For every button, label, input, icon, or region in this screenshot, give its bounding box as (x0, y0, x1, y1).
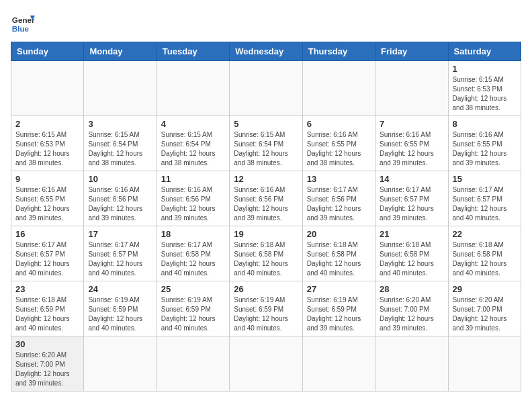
weekday-header-tuesday: Tuesday (157, 42, 229, 61)
calendar-cell: 17Sunrise: 6:17 AM Sunset: 6:57 PM Dayli… (84, 226, 157, 281)
day-info: Sunrise: 6:16 AM Sunset: 6:55 PM Dayligh… (307, 130, 371, 168)
calendar-cell (84, 336, 157, 392)
calendar-cell (448, 336, 521, 392)
calendar-week-4: 23Sunrise: 6:18 AM Sunset: 6:59 PM Dayli… (11, 281, 521, 336)
day-info: Sunrise: 6:20 AM Sunset: 7:00 PM Dayligh… (380, 295, 443, 333)
weekday-header-sunday: Sunday (11, 42, 84, 61)
day-info: Sunrise: 6:16 AM Sunset: 6:56 PM Dayligh… (88, 185, 152, 223)
day-info: Sunrise: 6:17 AM Sunset: 6:57 PM Dayligh… (453, 185, 517, 223)
weekday-header-row: SundayMondayTuesdayWednesdayThursdayFrid… (11, 42, 521, 61)
day-info: Sunrise: 6:16 AM Sunset: 6:55 PM Dayligh… (15, 185, 79, 223)
calendar-cell: 22Sunrise: 6:18 AM Sunset: 6:58 PM Dayli… (448, 226, 521, 281)
calendar-cell: 1Sunrise: 6:15 AM Sunset: 6:53 PM Daylig… (448, 61, 521, 116)
day-number: 14 (380, 174, 443, 184)
day-number: 1 (453, 64, 517, 74)
day-number: 17 (88, 229, 152, 239)
calendar-week-3: 16Sunrise: 6:17 AM Sunset: 6:57 PM Dayli… (11, 226, 521, 281)
day-number: 27 (307, 284, 371, 294)
calendar-cell: 7Sunrise: 6:16 AM Sunset: 6:55 PM Daylig… (375, 116, 448, 171)
day-number: 18 (161, 229, 225, 239)
calendar-cell: 6Sunrise: 6:16 AM Sunset: 6:55 PM Daylig… (302, 116, 375, 171)
day-number: 19 (234, 229, 298, 239)
day-number: 28 (380, 284, 443, 294)
day-info: Sunrise: 6:15 AM Sunset: 6:54 PM Dayligh… (234, 130, 298, 168)
calendar-cell: 11Sunrise: 6:16 AM Sunset: 6:56 PM Dayli… (157, 171, 229, 226)
page-header: General Blue (11, 11, 521, 35)
calendar-cell: 5Sunrise: 6:15 AM Sunset: 6:54 PM Daylig… (230, 116, 302, 171)
calendar-cell: 26Sunrise: 6:19 AM Sunset: 6:59 PM Dayli… (230, 281, 302, 336)
calendar-cell: 25Sunrise: 6:19 AM Sunset: 6:59 PM Dayli… (157, 281, 229, 336)
day-info: Sunrise: 6:19 AM Sunset: 6:59 PM Dayligh… (307, 295, 371, 333)
day-info: Sunrise: 6:16 AM Sunset: 6:56 PM Dayligh… (161, 185, 225, 223)
day-number: 22 (453, 229, 517, 239)
day-number: 5 (234, 119, 298, 129)
calendar-cell (302, 336, 375, 392)
weekday-header-friday: Friday (375, 42, 448, 61)
day-info: Sunrise: 6:16 AM Sunset: 6:56 PM Dayligh… (234, 185, 298, 223)
day-info: Sunrise: 6:15 AM Sunset: 6:53 PM Dayligh… (15, 130, 79, 168)
day-number: 11 (161, 174, 225, 184)
day-info: Sunrise: 6:18 AM Sunset: 6:58 PM Dayligh… (380, 240, 443, 278)
day-info: Sunrise: 6:17 AM Sunset: 6:56 PM Dayligh… (307, 185, 371, 223)
weekday-header-monday: Monday (84, 42, 157, 61)
day-number: 29 (453, 284, 517, 294)
calendar-cell (157, 336, 229, 392)
calendar-cell: 28Sunrise: 6:20 AM Sunset: 7:00 PM Dayli… (375, 281, 448, 336)
generalblue-logo-icon: General Blue (11, 11, 35, 35)
calendar-cell: 21Sunrise: 6:18 AM Sunset: 6:58 PM Dayli… (375, 226, 448, 281)
calendar-cell: 14Sunrise: 6:17 AM Sunset: 6:57 PM Dayli… (375, 171, 448, 226)
calendar-week-0: 1Sunrise: 6:15 AM Sunset: 6:53 PM Daylig… (11, 61, 521, 116)
day-info: Sunrise: 6:15 AM Sunset: 6:54 PM Dayligh… (88, 130, 152, 168)
calendar-cell (230, 61, 302, 116)
calendar-cell (157, 61, 229, 116)
day-info: Sunrise: 6:17 AM Sunset: 6:58 PM Dayligh… (161, 240, 225, 278)
day-info: Sunrise: 6:15 AM Sunset: 6:53 PM Dayligh… (453, 75, 517, 113)
calendar-cell: 3Sunrise: 6:15 AM Sunset: 6:54 PM Daylig… (84, 116, 157, 171)
calendar-cell: 8Sunrise: 6:16 AM Sunset: 6:55 PM Daylig… (448, 116, 521, 171)
day-number: 9 (15, 174, 79, 184)
weekday-header-wednesday: Wednesday (230, 42, 302, 61)
day-info: Sunrise: 6:16 AM Sunset: 6:55 PM Dayligh… (380, 130, 443, 168)
day-number: 7 (380, 119, 443, 129)
day-info: Sunrise: 6:19 AM Sunset: 6:59 PM Dayligh… (161, 295, 225, 333)
calendar-cell: 2Sunrise: 6:15 AM Sunset: 6:53 PM Daylig… (11, 116, 84, 171)
svg-text:Blue: Blue (12, 24, 30, 33)
calendar-week-1: 2Sunrise: 6:15 AM Sunset: 6:53 PM Daylig… (11, 116, 521, 171)
calendar-cell: 30Sunrise: 6:20 AM Sunset: 7:00 PM Dayli… (11, 336, 84, 392)
day-info: Sunrise: 6:18 AM Sunset: 6:58 PM Dayligh… (234, 240, 298, 278)
day-number: 13 (307, 174, 371, 184)
calendar-cell (84, 61, 157, 116)
day-number: 10 (88, 174, 152, 184)
calendar-cell: 20Sunrise: 6:18 AM Sunset: 6:58 PM Dayli… (302, 226, 375, 281)
day-number: 25 (161, 284, 225, 294)
calendar-cell: 10Sunrise: 6:16 AM Sunset: 6:56 PM Dayli… (84, 171, 157, 226)
calendar-cell: 15Sunrise: 6:17 AM Sunset: 6:57 PM Dayli… (448, 171, 521, 226)
calendar-cell: 29Sunrise: 6:20 AM Sunset: 7:00 PM Dayli… (448, 281, 521, 336)
day-number: 15 (453, 174, 517, 184)
day-number: 6 (307, 119, 371, 129)
day-number: 3 (88, 119, 152, 129)
calendar-cell: 13Sunrise: 6:17 AM Sunset: 6:56 PM Dayli… (302, 171, 375, 226)
calendar-cell: 18Sunrise: 6:17 AM Sunset: 6:58 PM Dayli… (157, 226, 229, 281)
day-info: Sunrise: 6:19 AM Sunset: 6:59 PM Dayligh… (88, 295, 152, 333)
calendar-cell: 27Sunrise: 6:19 AM Sunset: 6:59 PM Dayli… (302, 281, 375, 336)
calendar-cell (302, 61, 375, 116)
day-number: 23 (15, 284, 79, 294)
calendar-week-2: 9Sunrise: 6:16 AM Sunset: 6:55 PM Daylig… (11, 171, 521, 226)
day-info: Sunrise: 6:18 AM Sunset: 6:58 PM Dayligh… (307, 240, 371, 278)
day-info: Sunrise: 6:18 AM Sunset: 6:59 PM Dayligh… (15, 295, 79, 333)
calendar-body: 1Sunrise: 6:15 AM Sunset: 6:53 PM Daylig… (11, 61, 521, 392)
day-info: Sunrise: 6:17 AM Sunset: 6:57 PM Dayligh… (380, 185, 443, 223)
calendar-cell: 4Sunrise: 6:15 AM Sunset: 6:54 PM Daylig… (157, 116, 229, 171)
day-info: Sunrise: 6:20 AM Sunset: 7:00 PM Dayligh… (15, 351, 79, 388)
calendar-cell (11, 61, 84, 116)
calendar-cell (375, 61, 448, 116)
weekday-header-thursday: Thursday (302, 42, 375, 61)
day-info: Sunrise: 6:18 AM Sunset: 6:58 PM Dayligh… (453, 240, 517, 278)
calendar-table: SundayMondayTuesdayWednesdayThursdayFrid… (11, 42, 521, 392)
day-number: 8 (453, 119, 517, 129)
calendar-cell: 12Sunrise: 6:16 AM Sunset: 6:56 PM Dayli… (230, 171, 302, 226)
day-number: 20 (307, 229, 371, 239)
day-number: 2 (15, 119, 79, 129)
day-info: Sunrise: 6:15 AM Sunset: 6:54 PM Dayligh… (161, 130, 225, 168)
